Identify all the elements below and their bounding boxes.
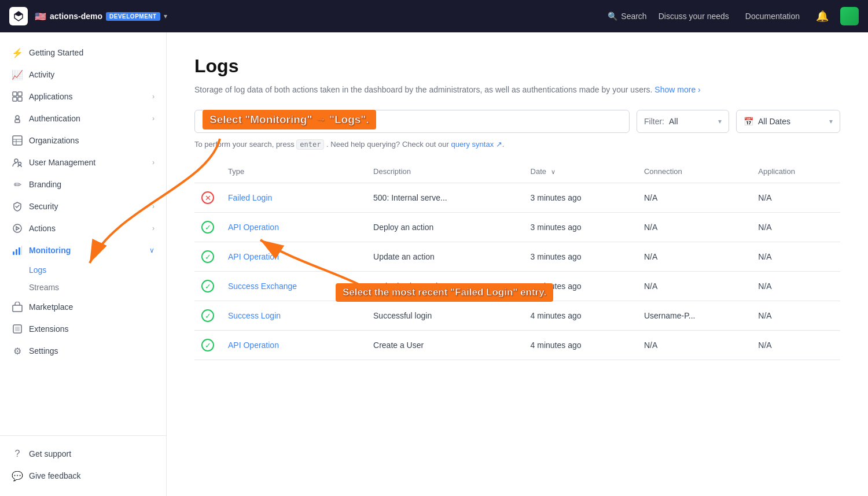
search-button[interactable]: 🔍 Search: [608, 12, 646, 21]
sidebar-item-organizations[interactable]: Organizations: [0, 129, 166, 151]
tenant-selector[interactable]: 🇺🇸 actions-demo DEVELOPMENT ▾: [35, 11, 167, 22]
sidebar-item-security[interactable]: Security ›: [0, 195, 166, 217]
row-application: N/A: [751, 242, 840, 272]
row-description: Successful login: [366, 301, 524, 331]
row-type[interactable]: API Operation: [221, 213, 366, 242]
table-row[interactable]: ✓API OperationCreate a User4 minutes ago…: [194, 331, 840, 360]
row-connection: N/A: [637, 183, 751, 213]
sidebar-item-authentication[interactable]: Authentication ›: [0, 108, 166, 129]
sidebar-item-marketplace[interactable]: Marketplace: [0, 296, 166, 318]
table-row[interactable]: ✕Failed Login500: Internal serve...3 min…: [194, 183, 840, 213]
sidebar-label-settings: Settings: [29, 346, 155, 356]
discuss-needs-link[interactable]: Discuss your needs: [654, 9, 734, 23]
logs-table: Type Description Date ∨ Connection Appli…: [194, 162, 840, 360]
table-row[interactable]: ✓API OperationDeploy an action3 minutes …: [194, 213, 840, 242]
tenant-chevron-icon: ▾: [164, 12, 167, 20]
success-icon: ✓: [201, 250, 214, 263]
calendar-icon: 📅: [744, 117, 753, 126]
security-chevron-icon: ›: [152, 202, 155, 210]
type-link[interactable]: Success Exchange: [228, 282, 297, 291]
topnav: 🇺🇸 actions-demo DEVELOPMENT ▾ 🔍 Search D…: [0, 0, 868, 32]
logo[interactable]: [9, 7, 28, 25]
row-connection: Username-P...: [637, 301, 751, 331]
show-more-link[interactable]: Show more ›: [654, 85, 700, 94]
marketplace-icon: [12, 301, 23, 313]
success-icon: ✓: [201, 339, 214, 351]
sidebar-item-branding[interactable]: ✏ Branding: [0, 173, 166, 195]
search-icon: 🔍: [608, 12, 617, 21]
col-connection: Connection: [637, 162, 751, 183]
page-description: Storage of log data of both actions take…: [194, 84, 840, 96]
sidebar-sub-logs[interactable]: Logs: [29, 261, 166, 279]
user-management-chevron-icon: ›: [152, 158, 155, 166]
svg-rect-1: [18, 92, 22, 96]
sidebar-item-give-feedback[interactable]: 💬 Give feedback: [0, 465, 166, 487]
type-link[interactable]: API Operation: [228, 223, 279, 232]
log-search-input[interactable]: [216, 117, 622, 126]
actions-icon: [12, 223, 23, 234]
query-syntax-link[interactable]: query syntax ↗: [451, 140, 502, 149]
filter-value: All: [669, 117, 713, 126]
applications-icon: [12, 91, 23, 102]
success-icon: ✓: [201, 309, 214, 322]
sidebar-sub-streams[interactable]: Streams: [29, 279, 166, 296]
col-date[interactable]: Date ∨: [524, 162, 637, 183]
table-row[interactable]: ✓API OperationUpdate an action3 minutes …: [194, 242, 840, 272]
date-chevron-icon: ▾: [829, 117, 833, 125]
sidebar-label-marketplace: Marketplace: [29, 302, 155, 312]
svg-rect-16: [21, 246, 22, 255]
row-type[interactable]: Failed Login: [221, 183, 366, 213]
row-application: N/A: [751, 272, 840, 301]
svg-rect-19: [15, 327, 20, 331]
settings-icon: ⚙: [12, 345, 23, 357]
sidebar: ⚡ Getting Started 📈 Activity Application…: [0, 32, 167, 496]
type-link[interactable]: Failed Login: [228, 193, 272, 202]
sidebar-label-extensions: Extensions: [29, 324, 155, 334]
svg-rect-17: [13, 305, 22, 312]
main-content: Logs Storage of log data of both actions…: [167, 32, 868, 496]
documentation-link[interactable]: Documentation: [741, 9, 804, 23]
sidebar-item-actions[interactable]: Actions ›: [0, 217, 166, 239]
sidebar-nav: ⚡ Getting Started 📈 Activity Application…: [0, 42, 166, 431]
date-dropdown[interactable]: 📅 All Dates ▾: [736, 110, 840, 133]
sidebar-item-get-support[interactable]: ? Get support: [0, 443, 166, 465]
row-type[interactable]: API Operation: [221, 242, 366, 272]
filter-dropdown[interactable]: Filter: All ▾: [637, 110, 729, 133]
row-date: 3 minutes ago: [524, 242, 637, 272]
extensions-icon: [12, 323, 23, 335]
table-row[interactable]: ✓Success LoginSuccessful login4 minutes …: [194, 301, 840, 331]
sidebar-item-extensions[interactable]: Extensions: [0, 318, 166, 340]
enter-key-hint: enter: [296, 139, 324, 150]
search-hint: To perform your search, press enter . Ne…: [194, 140, 840, 149]
sidebar-label-security: Security: [29, 202, 146, 211]
row-type[interactable]: API Operation: [221, 331, 366, 360]
sidebar-label-activity: Activity: [29, 70, 155, 79]
flag-icon: 🇺🇸: [35, 11, 46, 22]
sidebar-item-applications[interactable]: Applications ›: [0, 86, 166, 108]
row-description: 500: Internal serve...: [366, 183, 524, 213]
type-link[interactable]: Success Login: [228, 311, 281, 320]
sidebar-item-settings[interactable]: ⚙ Settings: [0, 340, 166, 362]
sidebar-item-getting-started[interactable]: ⚡ Getting Started: [0, 42, 166, 64]
row-type[interactable]: Success Exchange: [221, 272, 366, 301]
type-link[interactable]: API Operation: [228, 340, 279, 350]
row-date: 4 minutes ago: [524, 272, 637, 301]
notifications-bell-icon[interactable]: 🔔: [811, 8, 833, 25]
sidebar-item-monitoring[interactable]: Monitoring ∨: [0, 239, 166, 261]
sidebar-label-give-feedback: Give feedback: [29, 471, 155, 480]
svg-rect-13: [13, 251, 14, 255]
sidebar-label-applications: Applications: [29, 92, 146, 101]
sidebar-label-actions: Actions: [29, 224, 146, 233]
search-filter-bar: 🔍 Filter: All ▾ 📅 All Dates ▾: [194, 110, 840, 133]
sidebar-item-user-management[interactable]: User Management ›: [0, 151, 166, 173]
sidebar-item-activity[interactable]: 📈 Activity: [0, 64, 166, 86]
svg-rect-15: [19, 247, 20, 255]
monitoring-chevron-icon: ∨: [149, 246, 155, 254]
row-type[interactable]: Success Login: [221, 301, 366, 331]
row-application: N/A: [751, 213, 840, 242]
row-application: N/A: [751, 183, 840, 213]
user-avatar[interactable]: [840, 7, 859, 25]
svg-rect-6: [13, 136, 22, 145]
type-link[interactable]: API Operation: [228, 252, 279, 261]
table-row[interactable]: ✓Success ExchangeAuthorization Code...4 …: [194, 272, 840, 301]
